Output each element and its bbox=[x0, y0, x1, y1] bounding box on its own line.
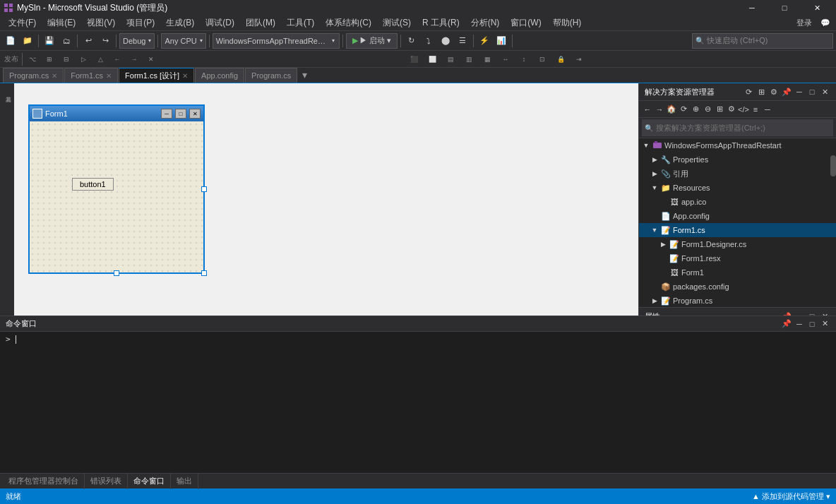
tab-order-button[interactable]: ⇥ bbox=[571, 52, 587, 67]
toolbox-icon[interactable]: 工具箱 bbox=[1, 86, 13, 99]
props-close-icon[interactable]: ✕ bbox=[819, 311, 830, 316]
menu-build[interactable]: 生成(B) bbox=[160, 16, 200, 31]
tree-scrollbar-thumb[interactable] bbox=[830, 155, 836, 176]
sol-filter-icon[interactable]: ⊞ bbox=[714, 104, 725, 115]
start-button[interactable]: ▶ ▶ 启动 ▾ bbox=[346, 33, 398, 49]
bottom-close-icon[interactable]: ✕ bbox=[819, 318, 830, 330]
menu-edit[interactable]: 编辑(E) bbox=[42, 16, 81, 31]
menu-debug[interactable]: 调试(D) bbox=[200, 16, 240, 31]
new-project-button[interactable]: 📄 bbox=[3, 33, 18, 49]
quick-launch[interactable]: 🔍 快速启动 (Ctrl+Q) bbox=[692, 33, 833, 49]
lock-button[interactable]: 🔒 bbox=[553, 52, 568, 67]
tab-close-1[interactable]: ✕ bbox=[106, 72, 112, 80]
minimize-panel-icon[interactable]: ─ bbox=[794, 86, 805, 97]
tree-item-references[interactable]: ▶ 📎 引用 bbox=[639, 167, 836, 181]
tab-error-list[interactable]: 错误列表 bbox=[85, 474, 128, 489]
tree-item-solution[interactable]: ▼ WindowsFormsAppThreadRestart bbox=[639, 138, 836, 152]
platform-dropdown[interactable]: Any CPU ▾ bbox=[161, 33, 205, 49]
properties-icon[interactable]: ⚙ bbox=[768, 86, 780, 97]
form-body[interactable]: button1 bbox=[30, 121, 203, 272]
redo-button[interactable]: ↪ bbox=[97, 33, 113, 49]
startup-project-dropdown[interactable]: WindowsFormsAppThreadRestart... ▾ bbox=[213, 33, 340, 49]
pin-icon[interactable]: 📌 bbox=[781, 86, 792, 97]
align-top-button[interactable]: ▥ bbox=[461, 52, 477, 67]
form-minimize-button[interactable]: ─ bbox=[161, 109, 172, 119]
form-close-button[interactable]: ✕ bbox=[189, 109, 201, 119]
menu-r-tools[interactable]: R 工具(R) bbox=[417, 16, 465, 31]
sol-collapse-icon[interactable]: ⊖ bbox=[702, 104, 713, 115]
undo-button[interactable]: ↩ bbox=[80, 33, 96, 49]
tree-item-app-config[interactable]: 📄 App.config bbox=[639, 209, 836, 223]
debug-mode-dropdown[interactable]: Debug ▾ bbox=[119, 33, 155, 49]
bottom-pin-icon[interactable]: 📌 bbox=[781, 318, 792, 330]
login-button[interactable]: 登录 bbox=[791, 18, 818, 28]
bottom-float-icon[interactable]: □ bbox=[806, 318, 818, 330]
tree-item-form1-cs[interactable]: ▼ 📝 Form1.cs bbox=[639, 223, 836, 237]
refresh-button[interactable]: ↻ bbox=[404, 33, 419, 49]
close-panel-icon[interactable]: ✕ bbox=[819, 86, 830, 97]
size-equal-button[interactable]: ⊡ bbox=[535, 52, 550, 67]
minimize-button[interactable]: ─ bbox=[736, 0, 768, 16]
sol-view-code-icon[interactable]: </> bbox=[738, 104, 749, 115]
align-bottom-button[interactable]: ▦ bbox=[479, 52, 495, 67]
solution-platform-button[interactable]: ⚡ bbox=[477, 33, 492, 49]
tab-close-2[interactable]: ✕ bbox=[182, 72, 188, 80]
tab-more-button[interactable]: ▾ bbox=[298, 68, 311, 83]
breakpoints-button[interactable]: ☰ bbox=[455, 33, 470, 49]
nav-cancel-button[interactable]: ✕ bbox=[143, 52, 159, 67]
filter-icon[interactable]: ⊞ bbox=[756, 86, 767, 97]
save-button[interactable]: 💾 bbox=[42, 33, 57, 49]
format-button-5[interactable]: △ bbox=[92, 52, 108, 67]
sol-expand-icon[interactable]: ⊕ bbox=[690, 104, 701, 115]
form-button1[interactable]: button1 bbox=[72, 178, 114, 191]
tree-item-resources[interactable]: ▼ 📁 Resources bbox=[639, 181, 836, 195]
format-button-1[interactable]: ⌥ bbox=[25, 52, 40, 67]
tree-item-program-cs[interactable]: ▶ 📝 Program.cs bbox=[639, 294, 836, 307]
open-button[interactable]: 📁 bbox=[20, 33, 35, 49]
tree-item-form1-resx[interactable]: 📝 Form1.resx bbox=[639, 251, 836, 265]
resize-handle-br[interactable] bbox=[201, 270, 207, 276]
close-button[interactable]: ✕ bbox=[801, 0, 833, 16]
tab-program-cs-2[interactable]: Program.cs bbox=[245, 68, 297, 83]
tree-item-app-ico[interactable]: 🖼 app.ico bbox=[639, 195, 836, 209]
tree-item-form1[interactable]: 🖼 Form1 bbox=[639, 265, 836, 280]
nav-forward-button[interactable]: → bbox=[126, 52, 142, 67]
tab-output[interactable]: 输出 bbox=[171, 474, 198, 489]
spacing-v-button[interactable]: ↕ bbox=[516, 52, 532, 67]
breakpoint-button[interactable]: ⬤ bbox=[438, 33, 453, 49]
tab-command-window[interactable]: 命令窗口 bbox=[128, 474, 171, 489]
props-pin-icon[interactable]: 📌 bbox=[781, 311, 792, 316]
menu-view[interactable]: 视图(V) bbox=[81, 16, 121, 31]
sol-forward-icon[interactable]: → bbox=[654, 104, 665, 115]
align-left-button[interactable]: ⬛ bbox=[406, 52, 422, 67]
menu-test[interactable]: 测试(S) bbox=[377, 16, 417, 31]
sync-icon[interactable]: ⟳ bbox=[743, 86, 754, 97]
menu-window[interactable]: 窗口(W) bbox=[505, 16, 547, 31]
tree-item-packages-config[interactable]: 📦 packages.config bbox=[639, 280, 836, 294]
sol-refresh-icon[interactable]: ⟳ bbox=[678, 104, 689, 115]
tab-package-manager[interactable]: 程序包管理器控制台 bbox=[3, 474, 85, 489]
sol-settings-icon[interactable]: ⚙ bbox=[726, 104, 737, 115]
resize-handle-bottom[interactable] bbox=[114, 270, 119, 276]
save-all-button[interactable]: 🗂 bbox=[59, 33, 74, 49]
props-float-icon[interactable]: □ bbox=[806, 311, 818, 316]
align-right-button[interactable]: ▤ bbox=[443, 52, 458, 67]
float-panel-icon[interactable]: □ bbox=[806, 86, 818, 97]
step-over-button[interactable]: ⤵ bbox=[421, 33, 436, 49]
menu-file[interactable]: 文件(F) bbox=[3, 16, 42, 31]
tab-form1-design[interactable]: Form1.cs [设计] ✕ bbox=[119, 68, 194, 83]
performance-button[interactable]: 📊 bbox=[494, 33, 509, 49]
props-minimize-icon[interactable]: ─ bbox=[794, 311, 805, 316]
tree-item-form1-designer[interactable]: ▶ 📝 Form1.Designer.cs bbox=[639, 237, 836, 251]
menu-team[interactable]: 团队(M) bbox=[240, 16, 281, 31]
tree-item-properties[interactable]: ▶ 🔧 Properties bbox=[639, 152, 836, 167]
menu-analyze[interactable]: 分析(N) bbox=[465, 16, 506, 31]
sol-back-icon[interactable]: ← bbox=[642, 104, 653, 115]
format-button-2[interactable]: ⊞ bbox=[42, 52, 57, 67]
spacing-h-button[interactable]: ↔ bbox=[498, 52, 513, 67]
menu-architecture[interactable]: 体系结构(C) bbox=[320, 16, 377, 31]
nav-back-button[interactable]: ← bbox=[109, 52, 125, 67]
align-center-button[interactable]: ⬜ bbox=[424, 52, 440, 67]
menu-help[interactable]: 帮助(H) bbox=[547, 16, 587, 31]
source-control-label[interactable]: ▲ 添加到源代码管理 ▾ bbox=[752, 491, 830, 502]
